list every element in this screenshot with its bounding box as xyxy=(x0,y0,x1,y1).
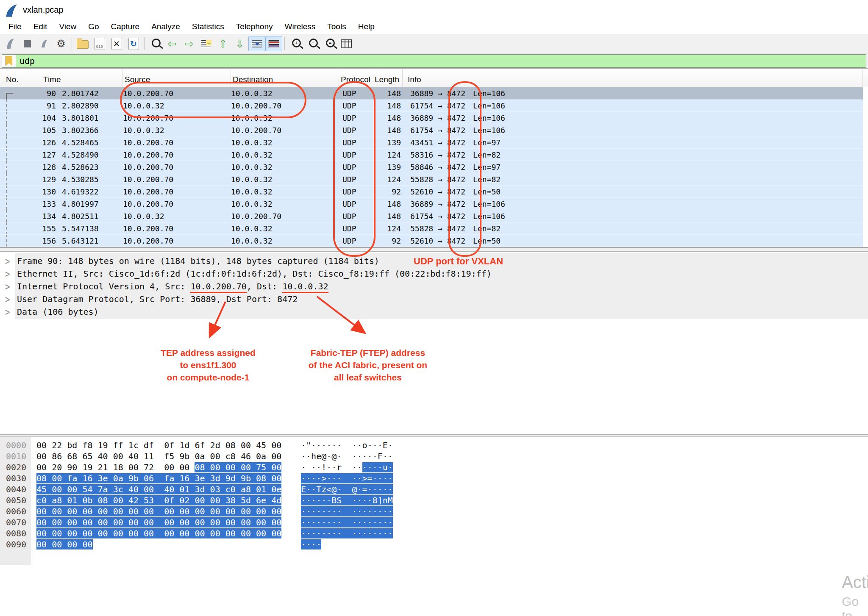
colorize-toggle-button[interactable] xyxy=(265,36,282,51)
byte-gap xyxy=(77,440,82,450)
ascii-char: · xyxy=(316,506,321,516)
find-packet-button[interactable] xyxy=(147,36,164,51)
display-filter-input[interactable]: udp xyxy=(2,54,866,68)
go-back-button[interactable]: ⇦ xyxy=(164,36,181,51)
menu-item-go[interactable]: Go xyxy=(82,21,105,32)
hex-byte: c8 xyxy=(225,451,236,461)
hex-row-0080[interactable]: 008000 00 00 00 00 00 00 00 00 00 00 00 … xyxy=(0,528,868,539)
resize-columns-button[interactable] xyxy=(338,36,355,51)
close-file-button[interactable]: ✕ xyxy=(108,36,125,51)
ascii-char: · xyxy=(301,506,306,516)
hex-byte: 00 xyxy=(144,528,154,538)
expander-icon[interactable]: > xyxy=(5,293,10,305)
packet-row-134[interactable]: 1344.80251110.0.0.3210.0.200.70UDP148617… xyxy=(0,210,863,222)
stop-capture-button[interactable] xyxy=(19,36,36,51)
column-header-time[interactable]: Time xyxy=(42,69,123,87)
packet-row-133[interactable]: 1334.80199710.0.200.7010.0.0.32UDP148368… xyxy=(0,198,863,210)
open-file-button[interactable] xyxy=(74,36,91,51)
expander-icon[interactable]: > xyxy=(5,268,10,280)
menu-item-wireless[interactable]: Wireless xyxy=(278,21,321,32)
packet-row-155[interactable]: 1555.54713810.0.200.7010.0.0.32UDP124558… xyxy=(0,222,863,235)
ascii-char: · xyxy=(367,495,373,505)
packet-row-104[interactable]: 1043.80180110.0.200.7010.0.0.32UDP148368… xyxy=(0,112,863,124)
cell-no: 134 xyxy=(17,212,59,221)
detail-line-4[interactable]: >User Datagram Protocol, Src Port: 36889… xyxy=(0,293,868,305)
expander-icon[interactable]: > xyxy=(5,306,10,318)
hex-bytes: 00 20 90 19 21 18 00 72 00 00 08 00 00 0… xyxy=(36,462,281,473)
hex-byte: 3d xyxy=(210,473,220,483)
ascii-char: · xyxy=(357,473,362,483)
column-header-info[interactable]: Info xyxy=(406,69,863,87)
hex-row-0050[interactable]: 0050c0 a8 01 0b 08 00 42 53 0f 02 00 00 … xyxy=(0,495,868,506)
expander-icon[interactable]: > xyxy=(5,255,10,267)
column-header-protocol[interactable]: Protocol xyxy=(339,69,376,87)
packet-row-128[interactable]: 1284.52862310.0.200.7010.0.0.32UDP139588… xyxy=(0,161,863,173)
hex-byte: 42 xyxy=(128,495,139,505)
column-header-length[interactable]: Length xyxy=(373,69,403,87)
packet-row-90[interactable]: 902.80174210.0.200.7010.0.0.32UDP1483688… xyxy=(0,87,863,100)
packet-row-126[interactable]: 1264.52846510.0.200.7010.0.0.32UDP139434… xyxy=(0,136,863,149)
menu-item-view[interactable]: View xyxy=(53,21,82,32)
hex-row-0090[interactable]: 009000 00 00 00···· xyxy=(0,539,868,550)
hex-row-0000[interactable]: 000000 22 bd f8 19 ff 1c df 0f 1d 6f 2d … xyxy=(0,440,868,451)
hex-row-0070[interactable]: 007000 00 00 00 00 00 00 00 00 00 00 00 … xyxy=(0,517,868,528)
hex-row-0060[interactable]: 006000 00 00 00 00 00 00 00 00 00 00 00 … xyxy=(0,506,868,517)
detail-line-1[interactable]: >Frame 90: 148 bytes on wire (1184 bits)… xyxy=(0,255,868,267)
menu-item-analyze[interactable]: Analyze xyxy=(145,21,186,32)
go-last-packet-button[interactable]: ⇩ xyxy=(231,36,248,51)
packet-row-127[interactable]: 1274.52849010.0.200.7010.0.0.32UDP124583… xyxy=(0,149,863,161)
menu-item-telephony[interactable]: Telephony xyxy=(230,21,279,32)
hex-row-0020[interactable]: 002000 20 90 19 21 18 00 72 00 00 08 00 … xyxy=(0,462,868,473)
zoom-out-button[interactable]: − xyxy=(304,36,321,51)
hex-byte: 90 xyxy=(67,462,77,472)
packet-row-156[interactable]: 1565.64312110.0.200.7010.0.0.32UDP925261… xyxy=(0,235,863,247)
expander-icon[interactable]: > xyxy=(5,280,10,293)
ascii-char: · xyxy=(337,451,342,461)
menu-item-tools[interactable]: Tools xyxy=(321,21,352,32)
ascii-char: · xyxy=(362,506,367,516)
menu-item-file[interactable]: File xyxy=(3,21,28,32)
hex-row-0040[interactable]: 004045 00 00 54 7a 3c 40 00 40 01 3d 03 … xyxy=(0,484,868,495)
ascii-char: S xyxy=(337,495,342,505)
packet-row-105[interactable]: 1053.80236610.0.0.3210.0.200.70UDP148617… xyxy=(0,124,863,136)
packet-row-91[interactable]: 912.80289010.0.0.3210.0.200.70UDP1486175… xyxy=(0,100,863,112)
menu-item-statistics[interactable]: Statistics xyxy=(186,21,230,32)
detail-line-5[interactable]: >Data (106 bytes) xyxy=(0,305,868,318)
hex-row-0030[interactable]: 003008 00 fa 16 3e 0a 9b 06 fa 16 3e 3d … xyxy=(0,473,868,484)
go-to-packet-button[interactable] xyxy=(198,36,214,51)
restart-capture-button[interactable] xyxy=(36,36,53,51)
ascii-char: · xyxy=(357,462,362,472)
filter-bookmark-button[interactable] xyxy=(2,55,16,67)
menu-item-edit[interactable]: Edit xyxy=(28,21,53,32)
cell-protocol: UDP xyxy=(339,101,376,110)
menu-item-help[interactable]: Help xyxy=(352,21,381,32)
column-header-source[interactable]: Source xyxy=(123,69,231,87)
packet-row-130[interactable]: 1304.61932210.0.200.7010.0.0.32UDP925261… xyxy=(0,186,863,198)
start-capture-button[interactable] xyxy=(2,36,19,51)
menu-item-capture[interactable]: Capture xyxy=(105,21,146,32)
cell-source: 10.0.200.70 xyxy=(123,187,231,196)
packet-row-129[interactable]: 1294.53028510.0.200.7010.0.0.32UDP124558… xyxy=(0,173,863,186)
ascii-chars: · ··!··r ······u· xyxy=(301,462,393,473)
hex-row-0010[interactable]: 001000 86 68 65 40 00 40 11 f5 9b 0a 00 … xyxy=(0,451,868,462)
info-ports: 36889 → 8472 xyxy=(410,200,465,208)
auto-scroll-toggle-button[interactable] xyxy=(248,36,265,51)
go-first-packet-button[interactable]: ⇧ xyxy=(214,36,231,51)
zoom-in-button[interactable]: + xyxy=(287,36,304,51)
byte-gap xyxy=(205,451,210,461)
column-header-destination[interactable]: Destination xyxy=(231,69,339,87)
save-file-button[interactable]: 010 xyxy=(91,36,108,51)
zoom-original-button[interactable]: = xyxy=(321,36,338,51)
capture-options-button[interactable]: ⚙ xyxy=(53,36,70,51)
go-forward-button[interactable]: ⇨ xyxy=(181,36,198,51)
pane-divider[interactable] xyxy=(0,247,868,252)
hex-byte: 00 xyxy=(241,462,251,472)
packet-details-pane: >Frame 90: 148 bytes on wire (1184 bits)… xyxy=(0,253,868,319)
detail-line-2[interactable]: >Ethernet II, Src: Cisco_1d:6f:2d (1c:df… xyxy=(0,267,868,280)
reload-file-button[interactable]: ↻ xyxy=(125,36,142,51)
hex-byte: 5d xyxy=(241,495,251,505)
cell-info: 61754 → 8472Len=106 xyxy=(403,101,505,110)
x-glyph: ✕ xyxy=(112,38,122,50)
hex-byte: 00 xyxy=(144,484,154,494)
detail-line-3[interactable]: >Internet Protocol Version 4, Src: 10.0.… xyxy=(0,280,868,293)
